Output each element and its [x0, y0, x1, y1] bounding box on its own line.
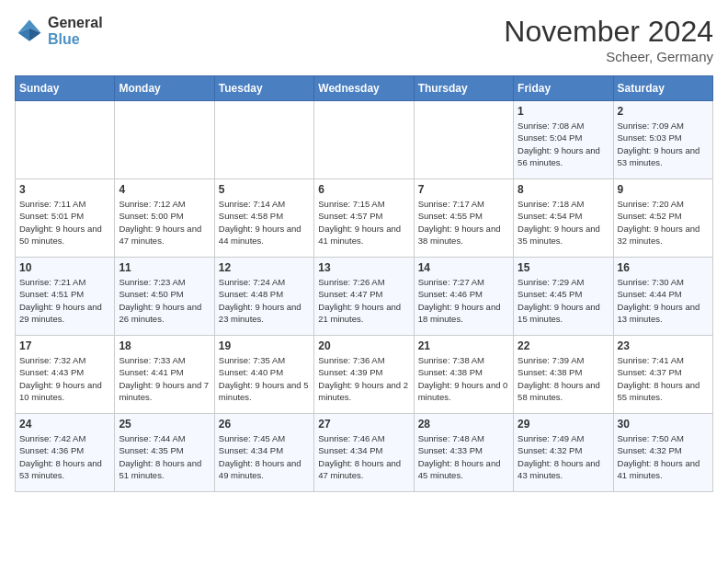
day-number: 16: [618, 261, 709, 274]
calendar-day-cell: 1Sunrise: 7:08 AM Sunset: 5:04 PM Daylig…: [514, 101, 613, 179]
day-info: Sunrise: 7:12 AM Sunset: 5:00 PM Dayligh…: [119, 198, 210, 247]
day-info: Sunrise: 7:21 AM Sunset: 4:51 PM Dayligh…: [19, 276, 110, 325]
day-info: Sunrise: 7:32 AM Sunset: 4:43 PM Dayligh…: [19, 354, 110, 403]
day-header: Friday: [514, 76, 613, 101]
calendar-header: SundayMondayTuesdayWednesdayThursdayFrid…: [16, 76, 713, 101]
day-info: Sunrise: 7:11 AM Sunset: 5:01 PM Dayligh…: [19, 198, 110, 247]
day-number: 4: [119, 183, 210, 196]
day-info: Sunrise: 7:29 AM Sunset: 4:45 PM Dayligh…: [518, 276, 609, 325]
calendar-day-cell: 17Sunrise: 7:32 AM Sunset: 4:43 PM Dayli…: [16, 336, 115, 414]
calendar-day-cell: 12Sunrise: 7:24 AM Sunset: 4:48 PM Dayli…: [214, 258, 313, 336]
day-number: 14: [418, 261, 509, 274]
day-header: Wednesday: [314, 76, 414, 101]
day-number: 27: [318, 418, 409, 431]
calendar-day-cell: 11Sunrise: 7:23 AM Sunset: 4:50 PM Dayli…: [115, 258, 214, 336]
calendar-week-row: 17Sunrise: 7:32 AM Sunset: 4:43 PM Dayli…: [16, 336, 713, 414]
day-info: Sunrise: 7:08 AM Sunset: 5:04 PM Dayligh…: [518, 120, 609, 168]
day-number: 5: [219, 183, 310, 196]
calendar-day-cell: 2Sunrise: 7:09 AM Sunset: 5:03 PM Daylig…: [613, 101, 712, 179]
day-number: 7: [418, 183, 509, 196]
day-info: Sunrise: 7:15 AM Sunset: 4:57 PM Dayligh…: [318, 198, 409, 247]
day-number: 11: [119, 261, 210, 274]
calendar-table: SundayMondayTuesdayWednesdayThursdayFrid…: [15, 75, 713, 492]
day-number: 24: [19, 418, 110, 431]
day-number: 13: [318, 261, 409, 274]
day-info: Sunrise: 7:39 AM Sunset: 4:38 PM Dayligh…: [518, 354, 609, 403]
day-header: Thursday: [414, 76, 513, 101]
day-info: Sunrise: 7:49 AM Sunset: 4:32 PM Dayligh…: [518, 432, 609, 481]
calendar-day-cell: 25Sunrise: 7:44 AM Sunset: 4:35 PM Dayli…: [115, 414, 214, 492]
calendar-day-cell: 7Sunrise: 7:17 AM Sunset: 4:55 PM Daylig…: [414, 179, 513, 258]
day-number: 6: [318, 183, 409, 196]
day-info: Sunrise: 7:14 AM Sunset: 4:58 PM Dayligh…: [219, 198, 310, 247]
day-number: 30: [618, 418, 709, 431]
calendar-day-cell: [414, 101, 513, 179]
day-number: 28: [418, 418, 509, 431]
day-info: Sunrise: 7:38 AM Sunset: 4:38 PM Dayligh…: [418, 354, 509, 403]
day-info: Sunrise: 7:26 AM Sunset: 4:47 PM Dayligh…: [318, 276, 409, 325]
page-header: General Blue November 2024 Scheer, Germa…: [15, 15, 713, 64]
day-info: Sunrise: 7:24 AM Sunset: 4:48 PM Dayligh…: [219, 276, 310, 325]
day-info: Sunrise: 7:42 AM Sunset: 4:36 PM Dayligh…: [19, 432, 110, 481]
calendar-day-cell: 9Sunrise: 7:20 AM Sunset: 4:52 PM Daylig…: [613, 179, 712, 258]
day-number: 9: [618, 183, 709, 196]
day-number: 26: [219, 418, 310, 431]
day-info: Sunrise: 7:35 AM Sunset: 4:40 PM Dayligh…: [219, 354, 310, 403]
day-number: 19: [219, 339, 310, 352]
day-number: 12: [219, 261, 310, 274]
day-info: Sunrise: 7:17 AM Sunset: 4:55 PM Dayligh…: [418, 198, 509, 247]
calendar-week-row: 3Sunrise: 7:11 AM Sunset: 5:01 PM Daylig…: [16, 179, 713, 258]
calendar-day-cell: 3Sunrise: 7:11 AM Sunset: 5:01 PM Daylig…: [16, 179, 115, 258]
calendar-week-row: 24Sunrise: 7:42 AM Sunset: 4:36 PM Dayli…: [16, 414, 713, 492]
day-number: 17: [19, 339, 110, 352]
day-info: Sunrise: 7:20 AM Sunset: 4:52 PM Dayligh…: [618, 198, 709, 247]
day-number: 22: [518, 339, 609, 352]
calendar-day-cell: 30Sunrise: 7:50 AM Sunset: 4:32 PM Dayli…: [613, 414, 712, 492]
calendar-day-cell: 14Sunrise: 7:27 AM Sunset: 4:46 PM Dayli…: [414, 258, 513, 336]
calendar-day-cell: 15Sunrise: 7:29 AM Sunset: 4:45 PM Dayli…: [514, 258, 613, 336]
calendar-day-cell: 27Sunrise: 7:46 AM Sunset: 4:34 PM Dayli…: [314, 414, 414, 492]
day-number: 21: [418, 339, 509, 352]
calendar-day-cell: 16Sunrise: 7:30 AM Sunset: 4:44 PM Dayli…: [613, 258, 712, 336]
calendar-day-cell: 6Sunrise: 7:15 AM Sunset: 4:57 PM Daylig…: [314, 179, 414, 258]
calendar-day-cell: 29Sunrise: 7:49 AM Sunset: 4:32 PM Dayli…: [514, 414, 613, 492]
calendar-day-cell: 26Sunrise: 7:45 AM Sunset: 4:34 PM Dayli…: [214, 414, 313, 492]
calendar-week-row: 1Sunrise: 7:08 AM Sunset: 5:04 PM Daylig…: [16, 101, 713, 179]
day-header: Tuesday: [214, 76, 313, 101]
day-number: 2: [618, 105, 709, 118]
calendar-day-cell: 5Sunrise: 7:14 AM Sunset: 4:58 PM Daylig…: [214, 179, 313, 258]
logo-text: General Blue: [48, 15, 103, 48]
calendar-day-cell: [314, 101, 414, 179]
day-number: 25: [119, 418, 210, 431]
day-number: 3: [19, 183, 110, 196]
day-info: Sunrise: 7:09 AM Sunset: 5:03 PM Dayligh…: [618, 120, 709, 168]
day-info: Sunrise: 7:41 AM Sunset: 4:37 PM Dayligh…: [618, 354, 709, 403]
calendar-day-cell: 23Sunrise: 7:41 AM Sunset: 4:37 PM Dayli…: [613, 336, 712, 414]
calendar-day-cell: 22Sunrise: 7:39 AM Sunset: 4:38 PM Dayli…: [514, 336, 613, 414]
day-number: 15: [518, 261, 609, 274]
day-number: 29: [518, 418, 609, 431]
calendar-body: 1Sunrise: 7:08 AM Sunset: 5:04 PM Daylig…: [16, 101, 713, 492]
day-info: Sunrise: 7:36 AM Sunset: 4:39 PM Dayligh…: [318, 354, 409, 403]
day-header: Monday: [115, 76, 214, 101]
calendar-day-cell: [115, 101, 214, 179]
location: Scheer, Germany: [504, 49, 713, 64]
title-block: November 2024 Scheer, Germany: [504, 15, 713, 64]
day-number: 8: [518, 183, 609, 196]
day-info: Sunrise: 7:46 AM Sunset: 4:34 PM Dayligh…: [318, 432, 409, 481]
day-number: 20: [318, 339, 409, 352]
header-row: SundayMondayTuesdayWednesdayThursdayFrid…: [16, 76, 713, 101]
day-info: Sunrise: 7:27 AM Sunset: 4:46 PM Dayligh…: [418, 276, 509, 325]
calendar-day-cell: 24Sunrise: 7:42 AM Sunset: 4:36 PM Dayli…: [16, 414, 115, 492]
day-info: Sunrise: 7:33 AM Sunset: 4:41 PM Dayligh…: [119, 354, 210, 403]
day-info: Sunrise: 7:44 AM Sunset: 4:35 PM Dayligh…: [119, 432, 210, 481]
calendar-day-cell: 13Sunrise: 7:26 AM Sunset: 4:47 PM Dayli…: [314, 258, 414, 336]
day-info: Sunrise: 7:30 AM Sunset: 4:44 PM Dayligh…: [618, 276, 709, 325]
day-info: Sunrise: 7:23 AM Sunset: 4:50 PM Dayligh…: [119, 276, 210, 325]
calendar-day-cell: 21Sunrise: 7:38 AM Sunset: 4:38 PM Dayli…: [414, 336, 513, 414]
day-header: Sunday: [16, 76, 115, 101]
day-info: Sunrise: 7:18 AM Sunset: 4:54 PM Dayligh…: [518, 198, 609, 247]
logo: General Blue: [15, 15, 103, 48]
calendar-day-cell: [214, 101, 313, 179]
month-title: November 2024: [504, 15, 713, 49]
